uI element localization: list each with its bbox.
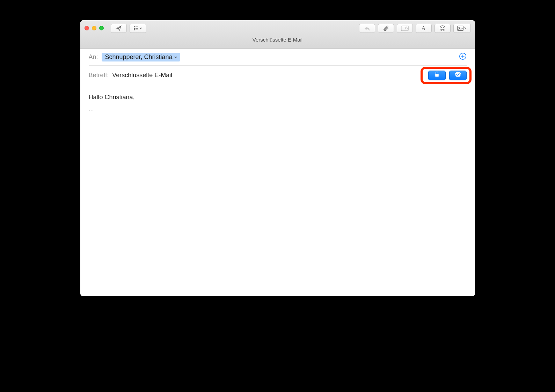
- seal-check-icon: [455, 71, 461, 79]
- encrypt-toggle-button[interactable]: [428, 71, 446, 80]
- to-label: An:: [89, 53, 98, 61]
- window-title: Verschlüsselte E-Mail: [80, 36, 475, 49]
- svg-rect-12: [457, 26, 463, 30]
- list-chevron-icon: [133, 26, 143, 31]
- photo-chevron-icon: [457, 26, 467, 31]
- recipient-name: Schnupperer, Christiana: [105, 53, 173, 61]
- reply-button[interactable]: [359, 24, 375, 33]
- format-button[interactable]: A: [416, 24, 432, 33]
- minimize-window-button[interactable]: [92, 26, 96, 30]
- plus-circle-icon: [459, 52, 467, 62]
- font-a-icon: A: [422, 25, 426, 31]
- attach-button[interactable]: [378, 24, 394, 33]
- message-body[interactable]: Hallo Christiana, ...: [80, 85, 475, 296]
- svg-point-1: [134, 27, 134, 27]
- paperclip-icon: [383, 25, 389, 31]
- markup-attachment-button[interactable]: [397, 24, 413, 33]
- svg-point-5: [134, 29, 134, 30]
- svg-point-8: [406, 27, 407, 28]
- add-recipient-button[interactable]: [459, 53, 467, 61]
- subject-label: Betreff:: [89, 72, 109, 79]
- svg-point-13: [459, 27, 460, 28]
- svg-point-11: [443, 27, 444, 28]
- toolbar: A: [80, 20, 475, 36]
- svg-rect-17: [435, 74, 439, 77]
- svg-point-3: [134, 28, 134, 29]
- window-controls: [85, 26, 104, 30]
- body-line: Hallo Christiana,: [89, 92, 467, 103]
- header-fields: An: Schnupperer, Christiana: [80, 49, 475, 85]
- emoji-button[interactable]: [434, 24, 451, 33]
- window-title-text: Verschlüsselte E-Mail: [253, 37, 302, 43]
- security-controls: [425, 68, 469, 82]
- body-line: ...: [89, 103, 467, 114]
- to-field-row[interactable]: An: Schnupperer, Christiana: [89, 49, 467, 66]
- send-button[interactable]: [111, 24, 127, 33]
- subject-field-row[interactable]: Betreff: Verschlüsselte E-Mail: [89, 66, 467, 85]
- chevron-down-icon: [174, 53, 177, 61]
- header-fields-menu-button[interactable]: [130, 24, 146, 33]
- markup-attachment-icon: [401, 26, 409, 31]
- smiley-icon: [439, 25, 446, 31]
- paperplane-icon: [115, 25, 122, 31]
- titlebar: A: [80, 20, 475, 49]
- close-window-button[interactable]: [85, 26, 89, 30]
- reply-icon: [364, 26, 371, 31]
- zoom-window-button[interactable]: [99, 26, 104, 30]
- svg-point-9: [440, 26, 445, 31]
- subject-value: Verschlüsselte E-Mail: [112, 72, 172, 79]
- svg-point-10: [441, 27, 442, 28]
- recipient-chip[interactable]: Schnupperer, Christiana: [102, 53, 180, 61]
- compose-window: A: [80, 20, 475, 296]
- lock-icon: [434, 72, 439, 79]
- sign-toggle-button[interactable]: [449, 71, 467, 80]
- photo-browser-button[interactable]: [453, 24, 471, 33]
